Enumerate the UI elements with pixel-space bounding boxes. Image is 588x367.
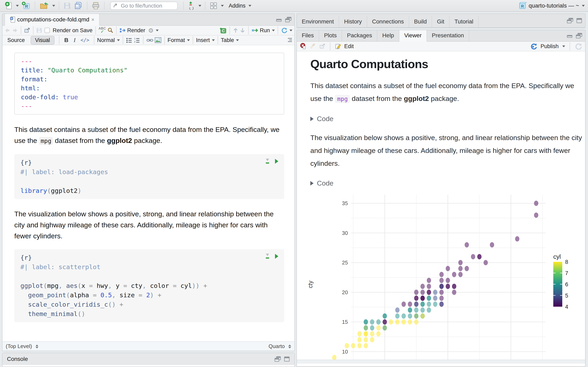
refresh-icon[interactable]: [575, 42, 582, 50]
code-line[interactable]: ---: [21, 57, 278, 66]
edit-button[interactable]: Edit: [344, 43, 354, 50]
paragraph-style-caret[interactable]: [117, 39, 120, 41]
panes-caret[interactable]: [221, 5, 224, 7]
clear-broom-icon[interactable]: [310, 43, 316, 50]
publish-button[interactable]: Publish: [540, 43, 559, 50]
image-icon[interactable]: [155, 37, 162, 43]
new-project-button[interactable]: R: [21, 1, 31, 11]
run-chunk-icon[interactable]: [274, 253, 279, 259]
forward-icon[interactable]: [12, 28, 18, 33]
source-mode-button[interactable]: Source: [4, 37, 28, 43]
numbered-list-icon[interactable]: 12: [134, 37, 140, 43]
editor-paragraph-2[interactable]: The visualization below shows a positive…: [14, 208, 284, 242]
run-chunks-above-icon[interactable]: [265, 158, 270, 164]
search-icon[interactable]: [107, 27, 113, 33]
save-button[interactable]: [63, 1, 71, 10]
new-file-button[interactable]: [4, 1, 13, 11]
code-line[interactable]: scale_color_viridis_c() +: [20, 300, 278, 309]
code-line[interactable]: library(ggplot2): [20, 186, 278, 195]
console-header[interactable]: Console: [2, 353, 294, 365]
print-button[interactable]: [91, 1, 100, 10]
version-control-caret[interactable]: [199, 5, 201, 7]
spellcheck-button[interactable]: ABC ✓: [99, 27, 106, 34]
insert-menu[interactable]: Insert: [196, 37, 210, 43]
stop-icon[interactable]: [300, 43, 307, 50]
open-recent-caret[interactable]: [52, 5, 55, 7]
tab-files[interactable]: Files: [297, 30, 319, 41]
code-line[interactable]: [20, 176, 278, 186]
maximize-pane-icon[interactable]: [576, 33, 582, 39]
edit-pencil-icon[interactable]: [335, 43, 341, 50]
editor-paragraph-1[interactable]: This dataset contains a subset of the fu…: [14, 124, 284, 146]
maximize-pane-icon[interactable]: [285, 17, 292, 22]
tab-presentation[interactable]: Presentation: [427, 30, 469, 41]
yaml-front-matter[interactable]: ---title: "Quarto Computations"format: h…: [14, 53, 284, 115]
run-icon[interactable]: [251, 28, 259, 33]
bullet-list-icon[interactable]: [126, 37, 132, 43]
workspace-panes-button[interactable]: [209, 1, 218, 10]
code-line[interactable]: {r}: [20, 158, 278, 167]
popout-icon[interactable]: [319, 43, 325, 49]
version-control-button[interactable]: [187, 1, 196, 11]
table-caret[interactable]: [236, 39, 239, 41]
tab-packages[interactable]: Packages: [342, 30, 377, 41]
code-line[interactable]: #| label: scatterplot: [20, 262, 278, 272]
tab-connections[interactable]: Connections: [367, 16, 409, 27]
editor-tab[interactable]: computations-code-fold.qmd ×: [4, 13, 100, 26]
publish-icon[interactable]: [530, 43, 537, 50]
file-type-select[interactable]: Quarto: [268, 343, 291, 350]
close-tab-icon[interactable]: ×: [91, 17, 94, 23]
save-all-button[interactable]: [73, 1, 83, 10]
open-file-button[interactable]: [39, 1, 49, 10]
bold-button[interactable]: B: [62, 37, 70, 43]
code-chunk-load-packages[interactable]: {r}#| label: load-packages library(ggplo…: [14, 154, 284, 199]
render-settings-caret[interactable]: [156, 30, 159, 31]
maximize-pane-icon[interactable]: [284, 356, 290, 362]
viewer-content[interactable]: Quarto Computations This dataset contain…: [297, 51, 585, 364]
restore-pane-icon[interactable]: [274, 356, 281, 362]
minimize-pane-icon[interactable]: [567, 33, 573, 38]
render-on-save-checkbox[interactable]: [44, 28, 50, 33]
tab-environment[interactable]: Environment: [297, 16, 339, 27]
back-icon[interactable]: [4, 28, 11, 33]
format-caret[interactable]: [187, 39, 190, 41]
render-settings-gear-icon[interactable]: ⚙: [148, 27, 154, 34]
code-line[interactable]: code-fold: true: [21, 92, 278, 101]
render-on-save-label[interactable]: Render on Save: [53, 27, 93, 34]
table-menu[interactable]: Table: [221, 37, 234, 43]
paragraph-style-select[interactable]: Normal: [97, 37, 115, 43]
tab-git[interactable]: Git: [432, 16, 450, 27]
run-chunks-above-icon[interactable]: [265, 253, 270, 259]
code-line[interactable]: geom_point(alpha = 0.5, size = 2) +: [20, 290, 278, 300]
editor-content[interactable]: ---title: "Quarto Computations"format: h…: [2, 45, 294, 343]
new-file-caret[interactable]: [16, 5, 19, 7]
code-chunk-scatterplot[interactable]: {r}#| label: scatterplot ggplot(mpg, aes…: [14, 249, 284, 322]
publish-caret[interactable]: [562, 45, 565, 47]
run-next-icon[interactable]: [240, 27, 245, 33]
project-menu[interactable]: R quarto-tutorials — ~: [518, 0, 585, 11]
tab-build[interactable]: Build: [409, 16, 432, 27]
source-tools-caret[interactable]: [290, 30, 292, 31]
code-line[interactable]: title: "Quarto Computations": [21, 66, 278, 75]
format-menu[interactable]: Format: [168, 37, 185, 43]
minimize-pane-icon[interactable]: [276, 17, 282, 22]
run-previous-icon[interactable]: [233, 27, 238, 33]
render-icon[interactable]: [120, 27, 126, 33]
code-fold-toggle-1[interactable]: Code: [310, 115, 585, 123]
link-icon[interactable]: [146, 37, 153, 43]
code-line[interactable]: {r}: [20, 253, 278, 262]
maximize-pane-icon[interactable]: [576, 18, 582, 24]
goto-file-function-input[interactable]: Go to file/function: [110, 2, 178, 10]
outline-scope-select[interactable]: (Top Level): [6, 343, 38, 350]
code-fold-toggle-2[interactable]: Code: [310, 179, 585, 187]
code-line[interactable]: format:: [21, 75, 278, 83]
code-line[interactable]: [20, 272, 278, 281]
tab-tutorial[interactable]: Tutorial: [450, 16, 479, 27]
source-tools-icon[interactable]: [281, 27, 287, 34]
code-line[interactable]: #| label: load-packages: [20, 167, 278, 176]
code-line[interactable]: theme_minimal(): [20, 309, 278, 318]
code-line[interactable]: ggplot(mpg, aes(x = hwy, y = cty, color …: [20, 281, 278, 290]
render-button[interactable]: Render: [127, 27, 145, 34]
tab-history[interactable]: History: [339, 16, 367, 27]
run-chunk-icon[interactable]: [274, 158, 279, 164]
